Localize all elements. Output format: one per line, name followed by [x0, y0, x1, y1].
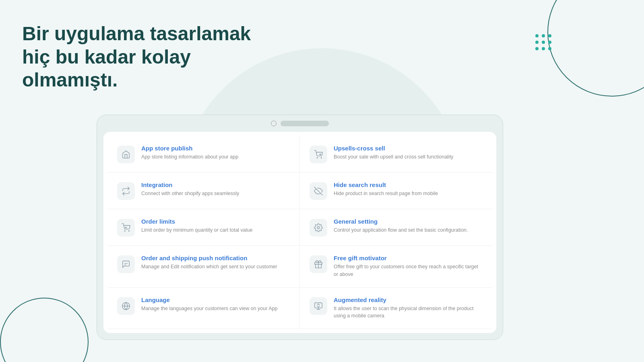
- feature-item-integration[interactable]: Integration Connect with other shopify a…: [107, 173, 300, 209]
- dot-2: [542, 34, 545, 37]
- order-shipping-notification-icon-wrap: [117, 255, 135, 273]
- order-limits-icon-wrap: [117, 219, 135, 237]
- dot-5: [542, 41, 545, 44]
- free-gift-motivator-desc: Offer free gift to your customers once t…: [334, 263, 483, 278]
- order-limits-title: Order limits: [141, 218, 253, 225]
- hide-search-result-desc: Hide product in search result page from …: [334, 190, 438, 197]
- device-top-bar: [97, 115, 503, 132]
- notification-icon: [122, 260, 130, 269]
- dot-3: [548, 34, 551, 37]
- features-grid: App store publish App store listing info…: [107, 136, 492, 329]
- feature-item-order-shipping-notification[interactable]: Order and shipping push notification Man…: [107, 246, 300, 288]
- augmented-reality-title: Augmented reality: [334, 296, 483, 303]
- language-text: Language Manage the languages your custo…: [141, 296, 277, 313]
- upsells-cross-sell-title: Upsells-cross sell: [334, 145, 453, 152]
- dot-9: [548, 47, 551, 50]
- device-pill-indicator: [281, 121, 329, 126]
- order-limits-desc: Limit order by minimum quantity or cart …: [141, 226, 253, 234]
- store-icon: [122, 150, 130, 159]
- feature-item-augmented-reality[interactable]: Augmented reality It allows the user to …: [300, 288, 492, 329]
- ar-icon: [314, 302, 323, 311]
- integration-icon-wrap: [117, 182, 135, 200]
- language-icon-wrap: [117, 297, 135, 315]
- dot-8: [542, 47, 545, 50]
- app-store-publish-icon-wrap: [117, 146, 135, 163]
- headline-text: Bir uygulama tasarlamak hiç bu kadar kol…: [22, 22, 272, 92]
- augmented-reality-icon-wrap: [310, 297, 327, 315]
- hide-search-result-text: Hide search result Hide product in searc…: [334, 181, 438, 197]
- hide-search-icon: [314, 187, 323, 195]
- language-icon: [122, 302, 130, 311]
- feature-item-free-gift-motivator[interactable]: Free gift motivator Offer free gift to y…: [300, 246, 492, 288]
- hide-search-result-title: Hide search result: [334, 181, 438, 188]
- language-desc: Manage the languages your customers can …: [141, 305, 277, 313]
- device-content-area: App store publish App store listing info…: [103, 132, 496, 333]
- upsells-cross-sell-desc: Boost your sale with upsell and cross se…: [334, 153, 453, 161]
- device-mockup: App store publish App store listing info…: [97, 115, 503, 340]
- dots-grid-decoration: [535, 34, 551, 50]
- order-limits-text: Order limits Limit order by minimum quan…: [141, 218, 253, 234]
- integration-text: Integration Connect with other shopify a…: [141, 181, 239, 197]
- free-gift-motivator-text: Free gift motivator Offer free gift to y…: [334, 255, 483, 278]
- order-shipping-notification-text: Order and shipping push notification Man…: [141, 255, 277, 271]
- dot-1: [535, 34, 539, 37]
- upsell-icon: [314, 150, 323, 159]
- device-circle-indicator: [271, 121, 277, 126]
- background-circle-bottom-left: [0, 298, 89, 362]
- feature-item-hide-search-result[interactable]: Hide search result Hide product in searc…: [300, 173, 492, 209]
- dot-4: [535, 41, 539, 44]
- app-store-publish-text: App store publish App store listing info…: [141, 145, 238, 161]
- general-setting-desc: Control your application flow and set th…: [334, 226, 468, 234]
- language-title: Language: [141, 296, 277, 303]
- general-setting-title: General setting: [334, 218, 468, 225]
- integration-icon: [122, 187, 130, 195]
- headline: Bir uygulama tasarlamak hiç bu kadar kol…: [22, 22, 272, 92]
- gift-icon: [314, 260, 323, 269]
- general-setting-text: General setting Control your application…: [334, 218, 468, 234]
- feature-item-order-limits[interactable]: Order limits Limit order by minimum quan…: [107, 209, 300, 246]
- svg-point-9: [317, 226, 320, 229]
- feature-item-upsells-cross-sell[interactable]: Upsells-cross sell Boost your sale with …: [300, 136, 492, 173]
- background-circle-top-right: [547, 0, 644, 97]
- augmented-reality-text: Augmented reality It allows the user to …: [334, 296, 483, 320]
- svg-point-1: [321, 157, 322, 158]
- feature-item-general-setting[interactable]: General setting Control your application…: [300, 209, 492, 246]
- augmented-reality-desc: It allows the user to scan the physical …: [334, 305, 483, 320]
- free-gift-motivator-title: Free gift motivator: [334, 255, 483, 261]
- order-limits-icon: [122, 223, 130, 232]
- svg-point-0: [317, 157, 318, 158]
- settings-icon: [314, 223, 323, 232]
- feature-item-language[interactable]: Language Manage the languages your custo…: [107, 288, 300, 329]
- general-setting-icon-wrap: [310, 219, 327, 237]
- upsells-cross-sell-text: Upsells-cross sell Boost your sale with …: [334, 145, 453, 161]
- svg-point-5: [124, 230, 125, 231]
- integration-desc: Connect with other shopify apps seamless…: [141, 190, 239, 197]
- app-store-publish-desc: App store listing information about your…: [141, 153, 238, 161]
- dot-6: [548, 41, 551, 44]
- hide-search-result-icon-wrap: [310, 182, 327, 200]
- free-gift-motivator-icon-wrap: [310, 255, 327, 273]
- order-shipping-notification-title: Order and shipping push notification: [141, 255, 277, 261]
- svg-point-6: [128, 230, 129, 231]
- app-store-publish-title: App store publish: [141, 145, 238, 152]
- feature-item-app-store-publish[interactable]: App store publish App store listing info…: [107, 136, 300, 173]
- integration-title: Integration: [141, 181, 239, 188]
- order-shipping-notification-desc: Manage and Edit notification which get s…: [141, 263, 277, 271]
- upsells-cross-sell-icon-wrap: [310, 146, 327, 163]
- dot-7: [535, 47, 539, 50]
